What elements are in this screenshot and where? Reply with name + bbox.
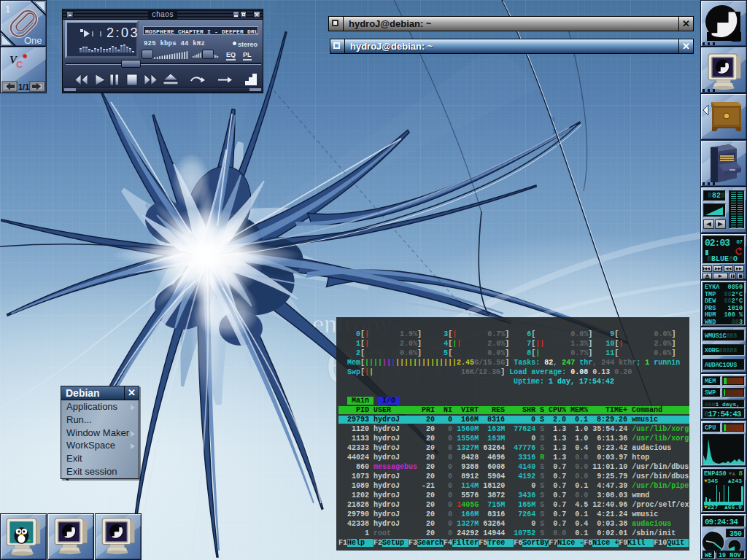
svg-text:1/1: 1/1 <box>18 82 29 91</box>
svg-text:x: x <box>554 137 559 148</box>
svg-text:One: One <box>24 35 42 46</box>
svg-text:C: C <box>16 59 23 70</box>
svg-text:x: x <box>551 114 556 125</box>
svg-text:x: x <box>552 125 557 136</box>
svg-text:1: 1 <box>5 4 10 15</box>
